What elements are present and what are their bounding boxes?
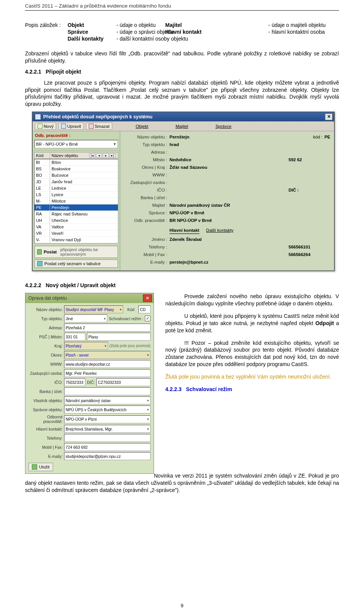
inp-psc[interactable]: 331 01 — [64, 333, 85, 341]
detail-field: WWW : — [124, 171, 330, 178]
btn-ulozit[interactable]: Uložit — [28, 463, 53, 471]
detail-field: Jméno :Zdeněk Škrabal — [124, 236, 330, 243]
window-titlebar: Přehled objektů dosud nepřipojených k sy… — [33, 112, 334, 121]
list-item[interactable]: V-Vranov nad Dyjí — [35, 237, 118, 243]
list-item[interactable]: BSBoskovice — [35, 166, 118, 172]
detail-field: Banka | účet : — [124, 194, 330, 201]
window-toolbar: Nový Upravit Smazat Objekt Majitel Správ… — [33, 121, 334, 131]
inp-banka[interactable] — [64, 387, 151, 395]
lbl-nazev: Název objektu: — [28, 307, 63, 312]
btn-upravit[interactable]: Upravit — [58, 123, 83, 130]
list-item[interactable]: VAValtice — [35, 224, 118, 230]
sec-4222-title: Nový objekt / Upravit objekt — [46, 282, 116, 288]
dialog-oprava-dat-objektu: Oprava dat objektu ✕ Název objektu: Stud… — [25, 293, 154, 474]
btn-poslat[interactable]: Poslat připojení objektu ke spravovaným — [35, 246, 118, 258]
inp-spravce[interactable]: NPÚ ÚPS v Českých Budějovicích — [64, 406, 151, 413]
list-item[interactable]: BIBítov — [35, 159, 118, 166]
list-item[interactable]: LELednice — [35, 185, 118, 192]
detail-field: Správce :NPÚ-ÚOP v Brně — [124, 209, 330, 216]
para-filter: Zobrazení objektů v tabulce vlevo řídí f… — [25, 50, 339, 64]
object-list[interactable]: BIBítovBSBoskoviceBOBučoviceJDJanův hrad… — [34, 159, 118, 244]
doc-header: CastIS 2011 – Základní a průběžná eviden… — [25, 0, 339, 9]
btn-poslat-cely-seznam[interactable]: Poslat celý seznam v tabulce — [35, 259, 118, 268]
lbl-mail: E-maily: — [28, 454, 63, 459]
list-item[interactable]: BOBučovice — [35, 172, 118, 179]
combo-odb-pracoviste-label: Odb. pracoviště : — [35, 133, 71, 138]
list-item[interactable]: RARájec nad Svitavou — [35, 211, 118, 217]
inp-ico[interactable]: 75032333 — [64, 378, 85, 386]
chevron-down-icon: ▼ — [113, 142, 116, 146]
window-close-button[interactable]: ✕ — [325, 113, 333, 120]
contact-tab[interactable]: Hlavní kontakt — [169, 228, 199, 234]
lbl-ico: IČO: — [28, 380, 63, 385]
new-icon — [38, 124, 42, 129]
inp-nazev[interactable]: Studijní depozitář MF Plasy — [64, 305, 123, 313]
inp-mail[interactable]: studijnidepozitar@plzen.npu.cz — [64, 452, 151, 460]
send-icon — [37, 249, 42, 255]
detail-field: E-maily :perstejn@bpnet.cz — [124, 259, 330, 266]
btn-novy[interactable]: Nový — [35, 123, 56, 130]
window-title: Přehled objektů dosud nepřipojených k sy… — [43, 114, 152, 119]
inp-pracoviste[interactable]: NPÚ-ÚOP v Plzni — [64, 415, 151, 423]
contact-tabs: Hlavní kontaktDalší kontakty — [124, 226, 330, 234]
list-item[interactable]: UHUherčice — [35, 217, 118, 224]
tab-link-majitel[interactable]: Majitel — [176, 124, 188, 129]
sec-4223-num: 4.2.2.3 — [165, 386, 182, 392]
page-number: 9 — [0, 603, 364, 608]
contact-tab[interactable]: Další kontakty — [206, 228, 234, 234]
tab-link-objekt[interactable]: Objekt — [136, 124, 148, 129]
inp-kod[interactable]: CD — [138, 305, 151, 313]
detail-field: Typ objektu :hrad — [124, 141, 330, 148]
detail-field: Telefony :566566101 — [124, 244, 330, 250]
combo-odb-pracoviste[interactable]: BR - NPÚ-ÚOP v Brně▼ — [35, 140, 118, 148]
edit-icon — [61, 124, 66, 129]
inp-tel[interactable] — [64, 434, 151, 442]
inp-dic[interactable]: CZ75032333 — [96, 378, 151, 386]
inp-typ[interactable]: Jiné — [64, 314, 107, 322]
inp-kraj[interactable]: Plzeňský — [64, 342, 108, 350]
detail-field: Mobil | Fax :566566264 — [124, 251, 330, 258]
chk-schvalovaci[interactable]: ✓ — [145, 316, 151, 321]
delete-icon — [89, 124, 94, 129]
inp-mesto[interactable]: Plasy — [87, 333, 151, 341]
lbl-www: WWW: — [28, 362, 63, 366]
sec-4223-title: Schvalovací režim — [186, 386, 232, 392]
detail-field: Odb. pracoviště :BR NPÚ-ÚOP v Brně — [124, 217, 330, 224]
dialog-titlebar: Oprava dat objektu ✕ — [25, 293, 154, 303]
popis-zalozek-label: Popis záložek : — [25, 22, 61, 48]
tab-link-spravce[interactable]: Správce — [215, 124, 231, 129]
list-item[interactable]: VRVeveří — [35, 230, 118, 237]
detail-field: Zastupující osoba : — [124, 179, 330, 186]
rt-warn-yellow: Žlutá pole jsou povinná a bez vyplnění V… — [165, 373, 339, 380]
dialog-close-button[interactable]: ✕ — [143, 294, 152, 302]
sec-4223-body: Novinka ve verzi 2011 je systém schvalov… — [25, 472, 339, 494]
lbl-adresa: Adresa: — [28, 325, 63, 330]
popis-zalozek-grid: Objekt- údaje o objektuMajitel- údaje o … — [67, 22, 339, 42]
inp-www[interactable]: www.studijni-depozitar.cz — [64, 360, 151, 368]
list-item[interactable]: LSLysice — [35, 192, 118, 198]
lbl-kod: Kód — [125, 307, 137, 312]
sec-4221-title: Připojit objekt — [46, 69, 81, 75]
inp-adresa[interactable]: Plzeňská 2 — [64, 324, 151, 332]
btn-smazat[interactable]: Smazat — [86, 123, 112, 130]
right-detail-pane: Název objektu :Pernštejnkód : PETyp obje… — [120, 131, 334, 270]
detail-field: Majitel :Národní památkový ústav ČR — [124, 202, 330, 209]
inp-okres[interactable]: Plzeň - sever — [64, 351, 151, 359]
inp-vlastnik[interactable]: Národní památkový ústav — [64, 396, 151, 404]
lbl-tel: Telefony: — [28, 436, 63, 440]
save-icon — [32, 464, 37, 470]
list-item[interactable]: PEPernštejn — [35, 204, 118, 211]
detail-field: Adresa : — [124, 149, 330, 156]
inp-zast[interactable]: Mgr. Petr Pavelec — [64, 369, 151, 377]
detail-field: Město :Nedvědice592 62 — [124, 156, 330, 163]
sec-4221-body: Lze pracovat pouze s připojenými objekty… — [25, 79, 339, 108]
sec-4221-num: 4.2.2.1 — [25, 69, 41, 75]
list-pager[interactable]: |◂◂▸▸| — [88, 153, 116, 158]
list-item[interactable]: JDJanův hrad — [35, 179, 118, 185]
list-header: Kód Název objektu |◂◂▸▸| — [34, 152, 118, 159]
sec-4222-num: 4.2.2.2 — [25, 282, 41, 288]
list-item[interactable]: M-Milotice — [35, 198, 118, 204]
inp-kontakt[interactable]: Brejchová Stanislava, Mgr. — [64, 425, 151, 433]
inp-mobil[interactable]: 724 663 692 — [64, 443, 151, 451]
rt-p1: Provede založení nového nebo úpravu exis… — [165, 293, 339, 307]
